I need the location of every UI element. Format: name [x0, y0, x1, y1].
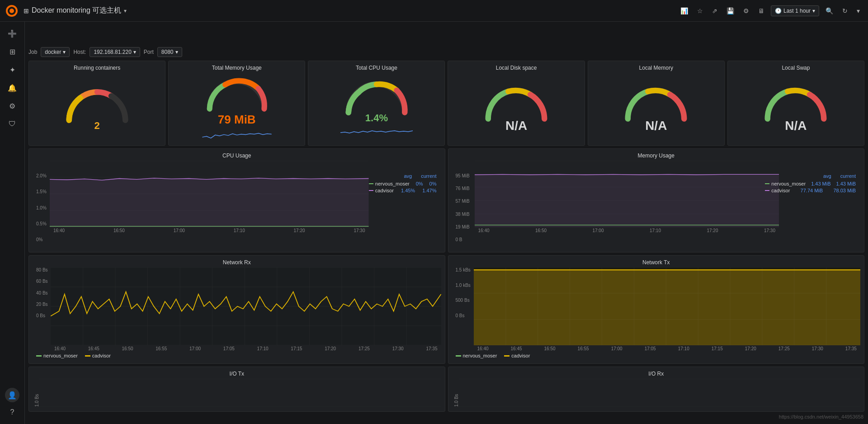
- dashboard-title-text: Docker monitoring 可选主机: [32, 6, 121, 15]
- cpu-sparkline: [340, 126, 413, 139]
- chevron-down-refresh[interactable]: ▾: [854, 5, 863, 16]
- cpu-legend-header: avg current: [369, 173, 437, 179]
- watermark: https://blog.csdn.net/weixin_44953658: [779, 414, 863, 419]
- svg-marker-16: [475, 174, 779, 227]
- grafana-logo: [5, 5, 18, 17]
- chevron-down-icon[interactable]: ▾: [124, 8, 127, 14]
- job-select[interactable]: docker ▾: [41, 47, 70, 57]
- panel-local-swap: Local Swap N/A: [727, 61, 864, 146]
- cpu-chart-title: CPU Usage: [33, 152, 441, 159]
- panel-disk-space: Local Disk space N/A: [448, 61, 585, 146]
- job-value: docker: [45, 49, 61, 55]
- io-rx-title: I/O Rx: [452, 371, 861, 377]
- rx-legend-nervous: nervous_moser: [36, 353, 78, 358]
- sidebar-item-help[interactable]: ?: [2, 404, 22, 420]
- host-label: Host:: [73, 49, 86, 55]
- host-select[interactable]: 192.168.81.220 ▾: [90, 47, 140, 57]
- panel-io-rx: I/O Rx 1.0 Bs: [448, 367, 865, 412]
- sidebar-item-dashboard[interactable]: ⊞: [2, 43, 22, 60]
- tv-icon-btn[interactable]: 🖥: [755, 5, 767, 16]
- cpu-y-axis: 2.0% 1.5% 1.0% 0.5% 0%: [36, 173, 47, 242]
- gauge-value-disk: N/A: [505, 119, 527, 133]
- settings-icon-btn[interactable]: ⚙: [741, 5, 752, 16]
- sidebar-item-alert[interactable]: 🔔: [2, 80, 22, 96]
- sidebar: ➕ ⊞ ✦ 🔔 ⚙ 🛡 👤 ?: [0, 22, 25, 424]
- panel-cpu-usage: Total CPU Usage 1.4%: [308, 61, 445, 146]
- sidebar-item-avatar[interactable]: 👤: [5, 388, 19, 402]
- chevron-down-icon-time: ▾: [812, 8, 815, 14]
- save-icon-btn[interactable]: 💾: [724, 5, 737, 16]
- memory-chart-svg: [475, 161, 779, 227]
- network-rx-title: Network Rx: [33, 259, 441, 266]
- sidebar-bottom: 👤 ?: [2, 388, 22, 420]
- panel-cpu-chart: CPU Usage 2.0% 1.5% 1.0% 0.5% 0%: [28, 148, 445, 252]
- io-row: I/O Tx 1.0 Bs I/O Rx 1.0 Bs: [28, 367, 864, 412]
- search-icon-btn[interactable]: 🔍: [823, 5, 836, 16]
- io-tx-y-label: 1.0 Bs: [33, 379, 39, 407]
- top-bar-right: 📊 ☆ ⇗ 💾 ⚙ 🖥 🕐 Last 1 hour ▾ 🔍 ↻ ▾: [678, 5, 863, 16]
- chart-icon-btn[interactable]: 📊: [678, 5, 691, 16]
- port-select[interactable]: 8080 ▾: [157, 47, 182, 57]
- grid-icon: ⊞: [24, 7, 29, 14]
- panel-io-tx: I/O Tx 1.0 Bs: [28, 367, 445, 412]
- gauge-row: Running containers 2 Total M: [28, 61, 864, 146]
- panel-title-running: Running containers: [33, 65, 161, 71]
- network-row: Network Rx 80 Bs 60 Bs 40 Bs 20 Bs 0 Bs: [28, 255, 864, 364]
- dashboard-title: ⊞ Docker monitoring 可选主机 ▾: [24, 6, 127, 15]
- chevron-down-job: ▾: [63, 49, 66, 55]
- gauge-svg-local-swap: [760, 82, 832, 123]
- nervous-moser-dot: [369, 183, 373, 184]
- clock-icon: 🕐: [775, 8, 782, 14]
- sidebar-item-settings[interactable]: ⚙: [2, 98, 22, 114]
- panel-title-cpu: Total CPU Usage: [312, 65, 441, 71]
- cadvisor-dot-mem: [765, 190, 769, 191]
- gauge-value-running: 2: [94, 120, 99, 132]
- refresh-icon-btn[interactable]: ↻: [840, 5, 850, 16]
- svg-point-2: [9, 9, 14, 13]
- tx-y-axis: 1.5 kBs 1.0 kBs 500 Bs 0 Bs: [456, 267, 471, 318]
- gauge-local-swap: N/A: [731, 74, 860, 142]
- nervous-moser-rx-dot: [36, 355, 42, 357]
- io-rx-y-label: 1.0 Bs: [452, 379, 459, 407]
- port-label: Port: [144, 49, 154, 55]
- gauge-value-cpu: 1.4%: [365, 112, 388, 124]
- gauge-disk: N/A: [452, 74, 580, 142]
- memory-sparkline: [201, 129, 273, 142]
- memory-legend-row-0: nervous_moser 1.43 MiB 1.43 MiB: [765, 181, 856, 186]
- top-bar: ⊞ Docker monitoring 可选主机 ▾ 📊 ☆ ⇗ 💾 ⚙ 🖥 🕐…: [0, 0, 868, 22]
- variable-row: Job docker ▾ Host: 192.168.81.220 ▾ Port…: [28, 47, 864, 57]
- panel-running-containers: Running containers 2: [28, 61, 165, 146]
- gauge-value-local-memory: N/A: [645, 119, 667, 133]
- star-icon-btn[interactable]: ☆: [694, 5, 706, 16]
- time-range-label: Last 1 hour: [783, 8, 811, 14]
- memory-legend-header: avg current: [765, 173, 856, 179]
- gauge-running: 2: [33, 74, 161, 142]
- cpu-chart-svg: [50, 161, 369, 227]
- network-rx-svg: [51, 267, 441, 345]
- memory-chart-title: Memory Usage: [452, 152, 861, 159]
- memory-y-axis: 95 MiB 76 MiB 57 MiB 38 MiB 19 MiB 0 B: [456, 173, 470, 242]
- panel-title-local-memory: Local Memory: [592, 65, 721, 71]
- gauge-value-local-swap: N/A: [785, 119, 807, 133]
- gauge-svg-memory: [201, 74, 273, 113]
- sidebar-item-add[interactable]: ➕: [2, 25, 22, 42]
- chevron-down-port: ▾: [175, 49, 178, 55]
- svg-marker-51: [474, 270, 861, 345]
- gauge-svg-cpu: [340, 76, 413, 117]
- cadvisor-dot-cpu: [369, 190, 373, 191]
- share-icon-btn[interactable]: ⇗: [709, 5, 720, 16]
- tx-legend-cadvisor: cadvisor: [504, 353, 530, 358]
- sidebar-item-shield[interactable]: 🛡: [2, 116, 22, 132]
- memory-legend: avg current nervous_moser 1.43 MiB 1.43 …: [765, 173, 856, 193]
- sidebar-item-explore[interactable]: ✦: [2, 62, 22, 78]
- io-tx-title: I/O Tx: [33, 371, 441, 377]
- cadvisor-tx-dot: [504, 355, 509, 357]
- panel-memory-usage: Total Memory Usage 79 MiB: [168, 61, 305, 146]
- network-tx-title: Network Tx: [452, 259, 861, 266]
- panel-memory-chart: Memory Usage 95 MiB 76 MiB 57 MiB 38 MiB…: [448, 148, 865, 252]
- cpu-x-axis: 16:40 16:50 17:00 17:10 17:20 17:30: [50, 228, 369, 233]
- time-range-picker[interactable]: 🕐 Last 1 hour ▾: [771, 5, 819, 16]
- nervous-moser-dot-mem: [765, 183, 769, 184]
- cpu-legend-row-1: cadvisor 1.45% 1.47%: [369, 188, 437, 193]
- port-value: 8080: [161, 49, 174, 55]
